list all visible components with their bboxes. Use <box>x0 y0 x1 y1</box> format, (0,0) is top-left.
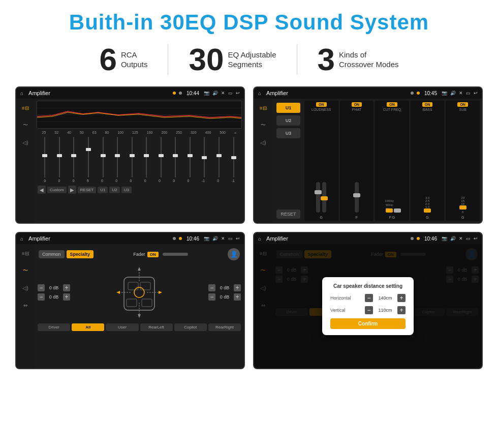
vertical-plus[interactable]: + <box>397 306 406 314</box>
loudness-on[interactable]: ON <box>316 102 327 107</box>
db-control-4: − 0 dB + <box>208 293 241 301</box>
fader-body: − 0 dB + − 0 dB + <box>38 264 241 320</box>
eq-prev-btn[interactable]: ◀ <box>38 186 46 194</box>
close-icon[interactable]: ✕ <box>221 91 225 96</box>
u2-button[interactable]: U2 <box>276 115 300 126</box>
eq-slider-14[interactable] <box>231 137 236 177</box>
fader-minimize-icon[interactable]: ▭ <box>228 236 233 241</box>
db-plus-1[interactable]: + <box>63 284 70 291</box>
vertical-minus[interactable]: − <box>365 306 373 314</box>
home-icon[interactable]: ⌂ <box>20 91 23 96</box>
fader-screen-body: ≡⊟ 〜 ◁) ⇔ Common Specialty Fader ON 👤 <box>16 244 244 368</box>
eq-slider-7[interactable] <box>130 137 135 177</box>
cutfreq-label: CUT FREQ <box>383 108 401 111</box>
phat-channel: ON PHAT F <box>340 101 374 221</box>
eq-slider-8[interactable] <box>144 137 149 177</box>
sidebar-wave-icon[interactable]: 〜 <box>19 119 32 131</box>
db-control-1: − 0 dB + <box>38 284 70 291</box>
common-tab[interactable]: Common <box>39 250 65 258</box>
dialog-minimize-icon[interactable]: ▭ <box>466 236 471 241</box>
amp-sidebar-speaker-icon[interactable]: ◁) <box>257 136 269 148</box>
dialog-close-icon[interactable]: ✕ <box>459 236 463 241</box>
fader-sidebar-wave-icon[interactable]: 〜 <box>19 264 32 277</box>
car-diagram <box>73 264 205 320</box>
bass-on[interactable]: ON <box>422 102 433 107</box>
sub-label: SUB <box>459 108 466 111</box>
confirm-button[interactable]: Confirm <box>330 318 406 329</box>
horizontal-control: − 140cm + <box>365 294 406 302</box>
fader-close-icon[interactable]: ✕ <box>221 236 225 241</box>
all-btn[interactable]: All <box>72 323 104 331</box>
phat-value: F <box>356 216 358 219</box>
u2-btn[interactable]: U2 <box>109 187 119 193</box>
amp-back-icon[interactable]: ↩ <box>474 91 478 96</box>
person-icon[interactable]: 👤 <box>228 248 240 260</box>
eq-slider-11[interactable] <box>188 137 193 177</box>
vertical-row: Vertical − 110cm + <box>330 306 406 314</box>
u3-btn[interactable]: U3 <box>121 187 132 193</box>
eq-slider-12[interactable] <box>202 137 207 177</box>
horizontal-plus[interactable]: + <box>397 294 406 302</box>
eq-slider-9[interactable] <box>159 137 164 177</box>
eq-slider-4[interactable] <box>86 137 91 177</box>
fader-back-icon[interactable]: ↩ <box>236 236 240 241</box>
u1-button[interactable]: U1 <box>276 103 300 113</box>
fader-on-btn[interactable]: ON <box>147 252 159 257</box>
db-minus-4[interactable]: − <box>208 293 215 301</box>
back-icon[interactable]: ↩ <box>236 91 240 96</box>
db-minus-1[interactable]: − <box>38 284 45 291</box>
fader-slider-track[interactable] <box>163 253 188 256</box>
rearleft-btn[interactable]: RearLeft <box>140 323 173 331</box>
rearright-btn[interactable]: RearRight <box>208 323 241 331</box>
db-plus-2[interactable]: + <box>63 293 70 301</box>
eq-slider-6[interactable] <box>115 137 120 177</box>
u1-btn[interactable]: U1 <box>98 187 108 193</box>
svg-rect-6 <box>127 299 137 307</box>
driver-btn[interactable]: Driver <box>38 323 70 331</box>
eq-arrow-right[interactable]: » <box>234 131 236 135</box>
amp-sidebar-wave-icon[interactable]: 〜 <box>257 119 269 131</box>
eq-slider-10[interactable] <box>173 137 178 177</box>
amp-close-icon[interactable]: ✕ <box>459 91 463 96</box>
eq-slider-13[interactable] <box>216 137 222 177</box>
minimize-icon[interactable]: ▭ <box>228 91 233 96</box>
copilot-btn[interactable]: Copilot <box>174 323 207 331</box>
user-btn[interactable]: User <box>106 323 138 331</box>
home-icon-3[interactable]: ⌂ <box>20 236 23 242</box>
cutfreq-value: F G <box>389 216 395 219</box>
cutfreq-on[interactable]: ON <box>387 102 397 107</box>
reset-btn[interactable]: RESET <box>78 187 97 193</box>
sidebar-eq-icon[interactable]: ≡⊟ <box>19 102 32 114</box>
amp-reset-btn[interactable]: RESET <box>276 210 300 219</box>
home-icon-4[interactable]: ⌂ <box>258 236 261 242</box>
fader-sidebar-eq-icon[interactable]: ≡⊟ <box>19 247 32 259</box>
amp-volume-icon: 🔊 <box>450 91 456 96</box>
specialty-tab[interactable]: Specialty <box>67 250 94 258</box>
fader-sidebar-speaker-icon[interactable]: ◁) <box>19 282 32 294</box>
db-minus-2[interactable]: − <box>38 293 45 301</box>
vertical-value: 110cm <box>375 308 395 313</box>
eq-desc: EQ Adjustable Segments <box>228 50 276 70</box>
eq-play-btn[interactable]: ▶ <box>68 186 76 194</box>
horizontal-minus[interactable]: − <box>365 294 373 302</box>
amp-minimize-icon[interactable]: ▭ <box>466 91 471 96</box>
sidebar-speaker-icon[interactable]: ◁) <box>19 136 32 148</box>
eq-slider-3[interactable] <box>71 137 76 177</box>
phat-on[interactable]: ON <box>352 102 362 107</box>
eq-slider-2[interactable] <box>57 137 62 177</box>
bass-value: G <box>426 216 428 219</box>
fader-sidebar-arrows-icon[interactable]: ⇔ <box>19 299 32 311</box>
amp-sidebar-eq-icon[interactable]: ≡⊟ <box>257 102 269 114</box>
db-minus-3[interactable]: − <box>208 284 215 291</box>
dialog-back-icon[interactable]: ↩ <box>474 236 478 241</box>
db-value-2: 0 dB <box>46 294 61 300</box>
loudness-label: LOUDNESS <box>312 108 331 111</box>
sub-on[interactable]: ON <box>457 102 468 107</box>
u3-button[interactable]: U3 <box>276 128 300 138</box>
eq-slider-5[interactable] <box>101 137 106 177</box>
db-plus-3[interactable]: + <box>234 284 241 291</box>
eq-slider-1[interactable] <box>42 137 47 177</box>
fader-left-sidebar: ≡⊟ 〜 ◁) ⇔ <box>16 244 35 368</box>
home-icon-2[interactable]: ⌂ <box>258 91 261 96</box>
db-plus-4[interactable]: + <box>234 293 241 301</box>
